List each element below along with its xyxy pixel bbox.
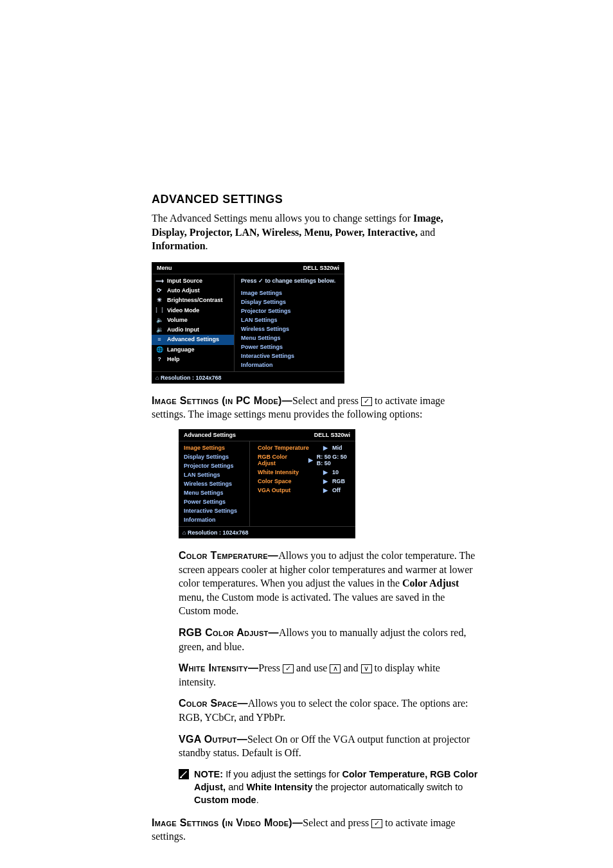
menu-item-label: Video Mode	[167, 307, 199, 314]
runin-color-temperature: Color Temperature—	[179, 550, 278, 561]
osd2-kv-row: Color Space▶RGB	[254, 477, 355, 486]
osd1-left-item: ☀Brightness/Contrast	[152, 296, 234, 305]
osd2-kv-key: VGA Output	[258, 487, 319, 493]
image-settings-pc-paragraph: Image Settings (in PC Mode)—Select and p…	[152, 394, 479, 421]
ct-bold: Color Adjust	[402, 578, 459, 589]
osd2-kv-key: Color Space	[258, 478, 319, 484]
runin-vga-output: VGA Output—	[179, 734, 247, 745]
desc-color-space: Color Space—Allows you to select the col…	[179, 696, 479, 724]
intro-paragraph: The Advanced Settings menu allows you to…	[152, 211, 479, 253]
osd1-left-item: 🔉Audio Input	[152, 325, 234, 335]
menu-item-label: Auto Adjust	[167, 287, 200, 294]
osd1-right-item: Projector Settings	[237, 306, 344, 315]
osd1-resolution: Resolution : 1024x768	[161, 375, 222, 381]
osd-menu-main: Menu DELL S320wi ⟶Input Source⟳Auto Adju…	[152, 262, 344, 384]
note-icon	[179, 769, 189, 779]
osd2-title-left: Advanced Settings	[184, 432, 236, 438]
ct-text-2: menu, the Custom mode is activated. The …	[179, 592, 445, 617]
wi-b: and use	[294, 662, 330, 673]
osd2-left-item: Interactive Settings	[179, 506, 249, 515]
triangle-right-icon: ▶	[323, 487, 328, 493]
note-c: and	[226, 782, 246, 792]
note-g: .	[256, 795, 259, 805]
wi-c: and	[341, 662, 360, 673]
osd1-right-item: Menu Settings	[237, 333, 344, 342]
desc-color-temperature: Color Temperature—Allows you to adjust t…	[179, 549, 479, 618]
menu-item-label: Advanced Settings	[167, 336, 219, 343]
osd1-left-item: 🌐Language	[152, 345, 234, 355]
check-key-icon: ✓	[371, 819, 382, 828]
triangle-right-icon: ▶	[308, 457, 313, 463]
menu-item-icon: 🔈	[155, 317, 163, 324]
runin-rgb-color-adjust: RGB Color Adjust—	[179, 627, 279, 638]
osd2-left-item: LAN Settings	[179, 470, 249, 479]
check-key-icon: ✓	[283, 664, 294, 673]
osd2-left-item: Display Settings	[179, 452, 249, 461]
up-key-icon: ∧	[330, 664, 341, 673]
osd1-right-item: Power Settings	[237, 342, 344, 351]
note-label: NOTE:	[194, 769, 223, 779]
menu-item-label: Help	[167, 356, 180, 363]
menu-item-label: Language	[167, 346, 195, 353]
osd1-title-left: Menu	[157, 265, 172, 271]
osd2-kv-row: Color Temperature▶Mid	[254, 443, 355, 452]
note-e: the projector automatically switch to	[313, 782, 463, 792]
down-key-icon: ∨	[361, 664, 372, 673]
image-settings-video-paragraph: Image Settings (in Video Mode)—Select an…	[152, 816, 479, 844]
osd2-kv-row: VGA Output▶Off	[254, 486, 355, 495]
osd1-title-right: DELL S320wi	[303, 265, 339, 271]
desc-white-intensity: White Intensity—Press ✓ and use ∧ and ∨ …	[179, 661, 479, 689]
menu-item-label: Brightness/Contrast	[167, 297, 223, 304]
osd1-press-prefix: Press	[241, 278, 258, 284]
wi-a: Press	[258, 662, 283, 673]
osd1-right-item: Information	[237, 360, 344, 369]
osd1-right-item: Wireless Settings	[237, 324, 344, 333]
osd2-footer: ⌂ Resolution : 1024x768	[179, 526, 355, 538]
osd1-left-item: ⟳Auto Adjust	[152, 286, 234, 296]
menu-item-label: Input Source	[167, 278, 202, 285]
note-f: Custom mode	[194, 795, 256, 805]
vga-port-icon: ⌂	[155, 375, 159, 381]
osd2-kv-value: R: 50 G: 50 B: 50	[317, 454, 351, 466]
osd2-kv-key: RGB Color Adjust	[258, 454, 305, 466]
osd1-left-item: ⋮⋮Video Mode	[152, 306, 234, 315]
osd1-left-item: ⟶Input Source	[152, 276, 234, 286]
runin-image-settings-pc: Image Settings (in PC Mode)—	[152, 395, 292, 406]
note-text: NOTE: If you adjust the settings for Col…	[194, 768, 479, 807]
osd2-kv-value: RGB	[332, 478, 345, 484]
osd2-kv-key: Color Temperature	[258, 445, 319, 451]
osd1-left-item: 🔈Volume	[152, 315, 234, 325]
osd1-footer: ⌂ Resolution : 1024x768	[152, 371, 344, 384]
osd1-press-suffix: to change settings below.	[263, 278, 335, 284]
osd2-left-item: Projector Settings	[179, 461, 249, 470]
osd2-kv-value: Off	[332, 487, 341, 493]
osd1-right-item: Display Settings	[237, 297, 344, 306]
note-block: NOTE: If you adjust the settings for Col…	[179, 768, 479, 807]
osd2-kv-row: White Intensity▶10	[254, 468, 355, 477]
osd2-kv-value: 10	[332, 469, 339, 475]
pc-text-a: Select and press	[292, 395, 361, 406]
intro-text-c: and	[418, 227, 435, 238]
triangle-right-icon: ▶	[323, 445, 328, 451]
osd1-right-item: Interactive Settings	[237, 351, 344, 360]
menu-item-label: Audio Input	[167, 326, 199, 333]
osd2-kv-value: Mid	[332, 445, 342, 451]
menu-item-icon: ⟶	[155, 278, 163, 285]
menu-item-icon: ⟳	[155, 287, 163, 294]
osd2-left-item: Image Settings	[179, 443, 249, 452]
osd1-right-item: LAN Settings	[237, 315, 344, 324]
osd2-left-item: Menu Settings	[179, 488, 249, 497]
runin-white-intensity: White Intensity—	[179, 662, 258, 673]
menu-item-icon: 🌐	[155, 346, 163, 353]
svg-rect-0	[180, 777, 182, 778]
intro-text-e: .	[206, 240, 208, 251]
section-title: ADVANCED SETTINGS	[152, 193, 479, 206]
osd1-left-item: ≡Advanced Settings	[152, 335, 234, 344]
intro-bold-2: Information	[152, 240, 206, 251]
desc-rgb-color-adjust: RGB Color Adjust—Allows you to manually …	[179, 626, 479, 653]
runin-color-space: Color Space—	[179, 698, 248, 709]
note-a: If you adjust the settings for	[223, 769, 342, 779]
vga-port-icon: ⌂	[182, 529, 186, 536]
menu-item-icon: 🔉	[155, 326, 163, 333]
triangle-right-icon: ▶	[323, 478, 328, 484]
